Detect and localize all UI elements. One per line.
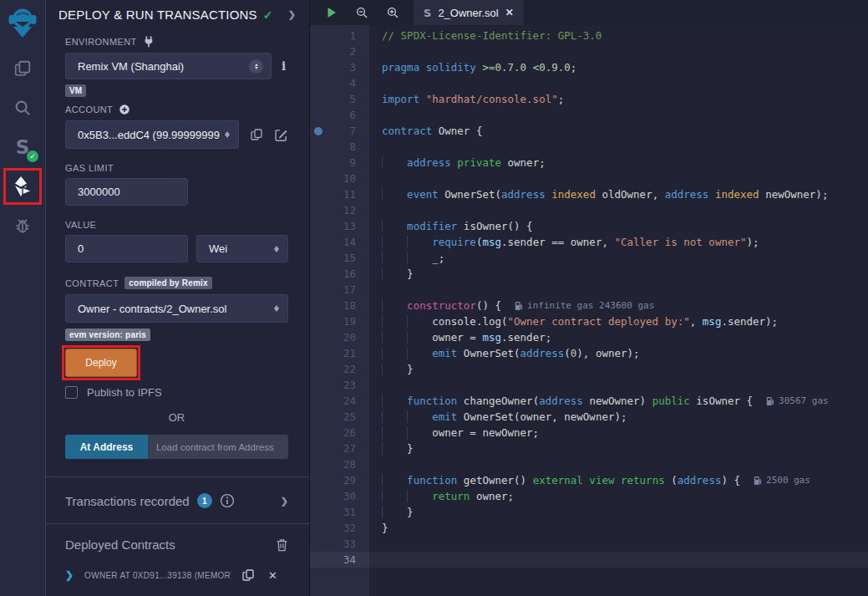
code-line[interactable]: 30 return owner; [310, 488, 868, 504]
transactions-expand-chevron-icon[interactable]: ❯ [281, 496, 288, 507]
line-number[interactable]: 8 [310, 140, 369, 153]
add-account-icon[interactable] [119, 104, 130, 115]
code-line[interactable]: 27 } [310, 441, 868, 456]
code-line[interactable]: 33 [310, 536, 868, 552]
contract-select[interactable]: Owner - contracts/2_Owner.sol [65, 294, 288, 323]
code-line[interactable]: 14 require(msg.sender == owner, "Caller … [310, 234, 868, 250]
code-line[interactable]: 22 } [310, 361, 868, 377]
value-unit-select[interactable]: Wei [196, 235, 288, 262]
code-line[interactable]: 5import "hardhat/console.sol"; [310, 91, 868, 107]
line-number[interactable]: 27 [310, 442, 369, 455]
line-number[interactable]: 14 [310, 236, 369, 248]
line-number[interactable]: 9 [310, 156, 369, 169]
publish-ipfs-checkbox[interactable] [65, 386, 78, 399]
environment-info-icon[interactable]: i [282, 59, 286, 73]
code-line[interactable]: 8 [310, 139, 868, 155]
clear-deployed-trash-icon[interactable] [276, 538, 288, 552]
code-line[interactable]: 17 [310, 282, 868, 298]
line-number[interactable]: 11 [310, 188, 369, 201]
code-line[interactable]: 7contract Owner { [310, 123, 868, 139]
code-line[interactable]: 10 [310, 171, 868, 186]
code-line[interactable]: 24 function changeOwner(address newOwner… [310, 393, 868, 409]
code-line[interactable]: 12 [310, 202, 868, 218]
code-line[interactable]: 21 emit OwnerSet(address(0), owner); [310, 345, 868, 361]
code-line[interactable]: 34 [310, 552, 868, 568]
at-address-button[interactable]: At Address [65, 435, 148, 459]
zoom-in-icon[interactable] [386, 6, 399, 19]
environment-select[interactable]: Remix VM (Shanghai) [65, 53, 272, 79]
remix-logo-icon[interactable] [3, 4, 42, 43]
sign-message-icon[interactable] [274, 128, 288, 142]
code-line[interactable]: 28 [310, 456, 868, 472]
at-address-input[interactable] [148, 435, 288, 459]
code-line[interactable]: 13 modifier isOwner() { [310, 218, 868, 234]
line-number[interactable]: 26 [310, 426, 369, 439]
copy-account-icon[interactable] [250, 128, 263, 141]
zoom-out-icon[interactable] [355, 6, 368, 19]
line-number[interactable]: 15 [310, 252, 369, 264]
deploy-and-run-icon[interactable] [10, 174, 35, 199]
code-line[interactable]: 25 emit OwnerSet(owner, newOwner); [310, 409, 868, 425]
deploy-button[interactable]: Deploy [65, 349, 137, 377]
code-line[interactable]: 6 [310, 107, 868, 123]
line-number[interactable]: 3 [310, 61, 369, 74]
line-number[interactable]: 32 [310, 522, 369, 534]
search-icon[interactable] [10, 95, 35, 120]
code-line[interactable]: 32} [310, 520, 868, 536]
transactions-info-icon[interactable] [220, 493, 235, 508]
line-number[interactable]: 22 [310, 363, 369, 375]
file-explorer-icon[interactable] [10, 56, 35, 81]
line-number[interactable]: 30 [310, 490, 369, 502]
code-line[interactable]: 9 address private owner; [310, 155, 868, 171]
line-number[interactable]: 5 [310, 93, 369, 105]
line-number[interactable]: 4 [310, 77, 369, 89]
code-line[interactable]: 16 } [310, 266, 868, 282]
code-line[interactable]: 11 event OwnerSet(address indexed oldOwn… [310, 186, 868, 202]
line-number[interactable]: 1 [310, 29, 369, 42]
code-line[interactable]: 1// SPDX-License-Identifier: GPL-3.0 [310, 28, 868, 43]
close-tab-icon[interactable]: ✕ [505, 7, 514, 18]
line-number[interactable]: 21 [310, 347, 369, 359]
collapse-panel-chevron-icon[interactable]: ❯ [288, 9, 296, 20]
line-number[interactable]: 31 [310, 506, 369, 518]
code-line[interactable]: 31 } [310, 504, 868, 520]
code-line[interactable]: 4 [310, 75, 868, 91]
gas-limit-input[interactable] [65, 178, 188, 206]
line-number[interactable]: 24 [310, 395, 369, 407]
line-number[interactable]: 10 [310, 172, 369, 185]
code-line[interactable]: 18 constructor() {infinite gas 243600 ga… [310, 298, 868, 313]
line-number[interactable]: 13 [310, 220, 369, 232]
code-line[interactable]: 3pragma solidity >=0.7.0 <0.9.0; [310, 59, 868, 75]
copy-contract-icon[interactable] [241, 568, 255, 582]
line-number[interactable]: 16 [310, 267, 369, 280]
line-number[interactable]: 6 [310, 109, 369, 121]
debugger-icon[interactable] [10, 213, 35, 238]
line-number[interactable]: 33 [310, 537, 369, 550]
expand-contract-chevron-icon[interactable]: ❯ [65, 569, 74, 581]
breakpoint-icon[interactable] [314, 127, 322, 135]
code-line[interactable]: 20 owner = msg.sender; [310, 329, 868, 345]
line-number[interactable]: 12 [310, 204, 369, 216]
tab-2-owner-sol[interactable]: S 2_Owner.sol ✕ [414, 0, 524, 25]
run-script-icon[interactable] [326, 7, 338, 18]
line-number[interactable]: 28 [310, 458, 369, 471]
code-line[interactable]: 26 owner = newOwner; [310, 425, 868, 441]
solidity-compiler-icon[interactable]: S ✓ [10, 135, 35, 160]
account-select[interactable]: 0x5B3...eddC4 (99.99999999 [65, 120, 239, 149]
code-area[interactable]: 1// SPDX-License-Identifier: GPL-3.023pr… [310, 25, 868, 596]
line-number[interactable]: 18 [310, 299, 369, 312]
code-line[interactable]: 19 console.log("Owner contract deployed … [310, 313, 868, 329]
line-number[interactable]: 19 [310, 315, 369, 328]
code-line[interactable]: 2 [310, 43, 868, 59]
code-line[interactable]: 15 _; [310, 250, 868, 266]
value-input[interactable] [65, 235, 188, 262]
line-number[interactable]: 23 [310, 379, 369, 391]
code-line[interactable]: 23 [310, 377, 868, 393]
code-line[interactable]: 29 function getOwner() external view ret… [310, 472, 868, 488]
remove-contract-icon[interactable]: ✕ [268, 569, 277, 582]
line-number[interactable]: 29 [310, 474, 369, 486]
line-number[interactable]: 20 [310, 331, 369, 344]
line-number[interactable]: 2 [310, 45, 369, 58]
line-number[interactable]: 34 [310, 553, 369, 566]
deployed-contract-row[interactable]: ❯ OWNER AT 0XD91...39138 (MEMORY) ✕ [46, 552, 309, 582]
